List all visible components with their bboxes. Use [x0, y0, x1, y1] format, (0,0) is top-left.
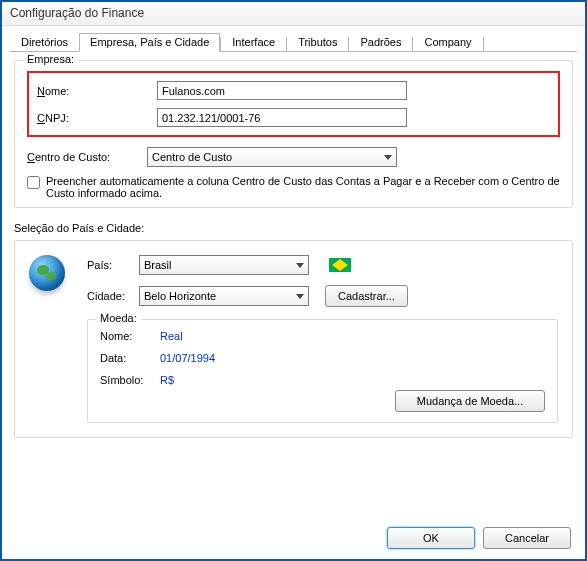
tab-tributos[interactable]: Tributos [287, 33, 348, 51]
content-area: Diretórios Empresa, País e Cidade Interf… [2, 26, 585, 559]
group-moeda-title: Moeda: [96, 312, 141, 324]
group-empresa: Empresa: Nome: CNPJ: Centro de Custo: Ce… [14, 60, 573, 208]
cancel-button[interactable]: Cancelar [483, 527, 571, 549]
tab-diretorios[interactable]: Diretórios [10, 33, 79, 51]
tab-strip: Diretórios Empresa, País e Cidade Interf… [10, 32, 577, 52]
tab-padroes[interactable]: Padrões [349, 33, 412, 51]
select-pais-value: Brasil [144, 259, 172, 271]
tab-interface[interactable]: Interface [221, 33, 286, 51]
flag-brazil-icon [329, 258, 351, 272]
select-centro-custo[interactable]: Centro de Custo [147, 147, 397, 167]
group-selecao: País: Brasil Cidade: Belo Horizonte [14, 240, 573, 438]
input-nome[interactable] [157, 81, 407, 100]
label-moeda-data: Data: [100, 352, 160, 364]
checkbox-preencher-auto[interactable] [27, 176, 40, 189]
chevron-down-icon [296, 294, 304, 299]
select-centro-custo-value: Centro de Custo [152, 151, 232, 163]
checkbox-preencher-auto-label: Preencher automaticamente a coluna Centr… [46, 175, 560, 199]
label-cidade: Cidade: [87, 290, 139, 302]
title-bar: Configuração do Finance [2, 2, 585, 26]
value-moeda-nome: Real [160, 330, 183, 342]
label-centro-custo: Centro de Custo: [27, 151, 147, 163]
label-moeda-simbolo: Símbolo: [100, 374, 160, 386]
label-moeda-nome: Nome: [100, 330, 160, 342]
input-cnpj[interactable] [157, 108, 407, 127]
globe-icon [29, 255, 65, 291]
tab-separator [483, 37, 484, 51]
window-title: Configuração do Finance [10, 6, 144, 20]
ok-button[interactable]: OK [387, 527, 475, 549]
group-moeda: Moeda: Nome: Real Data: 01/07/1994 Símbo… [87, 319, 558, 423]
section-title-selecao: Seleção do País e Cidade: [14, 222, 573, 234]
highlight-box: Nome: CNPJ: [27, 71, 560, 137]
value-moeda-simbolo: R$ [160, 374, 174, 386]
label-nome: Nome: [37, 85, 157, 97]
select-pais[interactable]: Brasil [139, 255, 309, 275]
value-moeda-data: 01/07/1994 [160, 352, 215, 364]
chevron-down-icon [296, 263, 304, 268]
footer: OK Cancelar [10, 519, 577, 551]
tab-empresa-pais-cidade[interactable]: Empresa, País e Cidade [79, 33, 220, 52]
select-cidade[interactable]: Belo Horizonte [139, 286, 309, 306]
chevron-down-icon [384, 155, 392, 160]
mudanca-moeda-button[interactable]: Mudança de Moeda... [395, 390, 545, 412]
label-pais: País: [87, 259, 139, 271]
cadastrar-button[interactable]: Cadastrar... [325, 285, 408, 307]
label-cnpj: CNPJ: [37, 112, 157, 124]
group-empresa-title: Empresa: [23, 53, 78, 65]
select-cidade-value: Belo Horizonte [144, 290, 216, 302]
tab-company[interactable]: Company [413, 33, 482, 51]
